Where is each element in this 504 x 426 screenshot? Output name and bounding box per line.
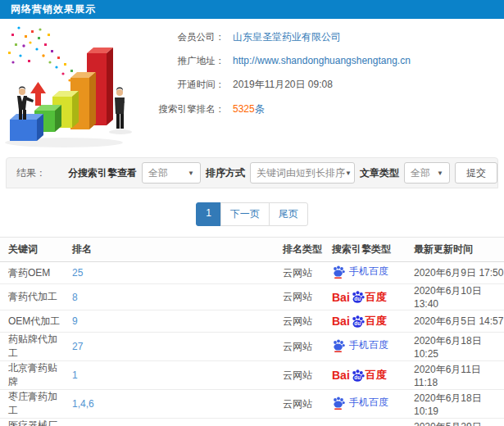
open-time-label: 开通时间： — [149, 79, 225, 91]
hero-section: 会员公司： 山东皇圣堂药业有限公司 推广地址： http://www.shand… — [0, 19, 504, 154]
mobile-baidu-label: 手机百度 — [349, 396, 388, 410]
keyword-cell: 北京膏药贴牌 — [0, 361, 64, 390]
baidu-paw-icon: du — [351, 369, 365, 383]
table-body: 膏药OEM 25 云网站 手机百度 — [0, 262, 504, 426]
table-row: 枣庄膏药加工 1,4,6 云网站 手机百度 — [0, 390, 504, 419]
table-row: 医疗器械厂家 4 云网站 Bai du 百度 — [0, 419, 504, 426]
engine-cell: Bai du 百度 — [324, 361, 406, 390]
baidu-paw-icon: du — [351, 290, 365, 304]
engine-cell: Bai du 百度 — [324, 284, 406, 310]
mobile-baidu-label: 手机百度 — [349, 265, 388, 279]
bar-blue — [10, 114, 43, 141]
engine-filter-select[interactable]: 全部 ▼ — [142, 162, 201, 184]
keyword-cell: 膏药OEM — [0, 262, 64, 284]
updated-cell: 2020年6月18日 10:19 — [406, 390, 504, 419]
baidu-logo: Bai du 百度 — [332, 368, 387, 383]
keyword-cell: 枣庄膏药加工 — [0, 390, 64, 419]
keyword-cell: 医疗器械厂家 — [0, 419, 64, 426]
updated-cell: 2020年6月5日 14:57 — [406, 310, 504, 333]
rank-link[interactable]: 25 — [72, 267, 83, 279]
page-1-button[interactable]: 1 — [196, 202, 221, 226]
chevron-down-icon: ▼ — [188, 170, 194, 177]
engine-cell: 手机百度 — [324, 262, 406, 284]
rank-table: 关键词 排名 排名类型 搜索引擎类型 最新更新时间 膏药OEM 25 云网站 手… — [0, 237, 504, 426]
promo-url-link[interactable]: http://www.shandonghuangshengtang.cn — [233, 55, 411, 66]
result-label: 结果： — [16, 166, 46, 180]
sort-filter-select[interactable]: 关键词由短到长排序 ▼ — [250, 162, 355, 184]
table-row: 膏药OEM 25 云网站 手机百度 — [0, 262, 504, 284]
baidu-logo-bai: Bai — [332, 315, 350, 328]
rank-type-cell: 云网站 — [275, 390, 324, 419]
mobile-baidu-label: 手机百度 — [349, 338, 388, 352]
member-info: 会员公司： 山东皇圣堂药业有限公司 推广地址： http://www.shand… — [149, 19, 504, 154]
engine-cell: 手机百度 — [324, 333, 406, 361]
rank-link[interactable]: 9 — [72, 315, 78, 327]
table-row: 北京膏药贴牌 1 云网站 Bai du 百度 — [0, 361, 504, 390]
title-bar: 网络营销效果展示 — [0, 0, 504, 19]
engine-filter-label: 分搜索引擎查看 — [68, 166, 137, 180]
last-page-button[interactable]: 尾页 — [269, 202, 308, 226]
baidu-logo: Bai du 百度 — [332, 290, 387, 305]
table-header-row: 关键词 排名 排名类型 搜索引擎类型 最新更新时间 — [0, 238, 504, 262]
updated-cell: 2020年6月10日 13:40 — [406, 284, 504, 310]
svg-text:du: du — [354, 320, 361, 326]
header-keyword: 关键词 — [0, 238, 64, 262]
baidu-paw-icon — [332, 265, 345, 279]
rank-count-number: 5325 — [233, 103, 255, 115]
open-time-value: 2019年11月20日 09:08 — [233, 78, 333, 92]
info-row-open-time: 开通时间： 2019年11月20日 09:08 — [149, 78, 504, 92]
promo-url-label: 推广地址： — [149, 55, 225, 67]
next-page-button[interactable]: 下一页 — [220, 202, 270, 226]
table-row: 药贴牌代加工 27 云网站 手机百度 — [0, 333, 504, 361]
baidu-logo-bai: Bai — [332, 291, 350, 304]
rank-type-cell: 云网站 — [275, 419, 324, 426]
baidu-logo-bai: Bai — [332, 369, 350, 382]
rank-count-value: 5325条 — [233, 102, 265, 116]
company-link[interactable]: 山东皇圣堂药业有限公司 — [233, 30, 341, 44]
rank-link[interactable]: 8 — [72, 292, 78, 303]
keyword-cell: 膏药代加工 — [0, 284, 64, 310]
rank-type-cell: 云网站 — [275, 333, 324, 361]
chevron-down-icon: ▼ — [437, 170, 443, 177]
type-filter-select[interactable]: 全部 ▼ — [404, 162, 450, 184]
type-filter-value: 全部 — [411, 166, 430, 180]
mobile-baidu-logo: 手机百度 — [332, 265, 388, 279]
baidu-paw-icon — [332, 338, 345, 352]
engine-cell: Bai du 百度 — [324, 419, 406, 426]
table-row: 膏药代加工 8 云网站 Bai du 百度 — [0, 284, 504, 310]
rank-link[interactable]: 27 — [72, 341, 83, 352]
updated-cell: 2020年6月18日 10:25 — [406, 333, 504, 361]
svg-text:du: du — [354, 374, 361, 380]
baidu-paw-icon — [332, 396, 345, 410]
rank-link[interactable]: 1 — [72, 369, 78, 381]
updated-cell: 2020年6月9日 17:50 — [406, 262, 504, 284]
page-title: 网络营销效果展示 — [11, 3, 96, 15]
info-row-company: 会员公司： 山东皇圣堂药业有限公司 — [149, 30, 504, 44]
keyword-cell: OEM代加工 — [0, 310, 64, 333]
type-filter-label: 文章类型 — [360, 166, 399, 180]
rank-link[interactable]: 1,4,6 — [72, 398, 94, 410]
updated-cell: 2020年6月11日 11:18 — [406, 361, 504, 390]
header-updated: 最新更新时间 — [406, 238, 504, 262]
updated-cell: 2020年5月29日 10:32 — [406, 419, 504, 426]
baidu-logo-cn: 百度 — [366, 290, 387, 305]
filter-controls: 分搜索引擎查看 全部 ▼ 排序方式 关键词由短到长排序 ▼ 文章类型 全部 ▼ … — [68, 162, 497, 184]
rank-type-cell: 云网站 — [275, 262, 324, 284]
table-row: OEM代加工 9 云网站 Bai du 百度 — [0, 310, 504, 333]
pagination: 1 下一页 尾页 — [0, 202, 504, 226]
rank-type-cell: 云网站 — [275, 284, 324, 310]
page: 网络营销效果展示 — [0, 0, 504, 426]
rank-type-cell: 云网站 — [275, 361, 324, 390]
rank-type-cell: 云网站 — [275, 310, 324, 333]
info-row-rank-count: 搜索引擎排名： 5325条 — [149, 102, 504, 116]
baidu-logo-cn: 百度 — [366, 314, 387, 329]
info-row-url: 推广地址： http://www.shandonghuangshengtang.… — [149, 55, 504, 67]
bar-chart-illustration — [0, 19, 149, 152]
baidu-logo-cn: 百度 — [366, 368, 387, 383]
company-label: 会员公司： — [149, 31, 225, 43]
mobile-baidu-logo: 手机百度 — [332, 338, 388, 352]
sort-filter-value: 关键词由短到长排序 — [257, 166, 345, 180]
header-rank-type: 排名类型 — [275, 238, 324, 262]
sort-filter-label: 排序方式 — [206, 166, 245, 180]
submit-button[interactable]: 提交 — [455, 162, 497, 184]
